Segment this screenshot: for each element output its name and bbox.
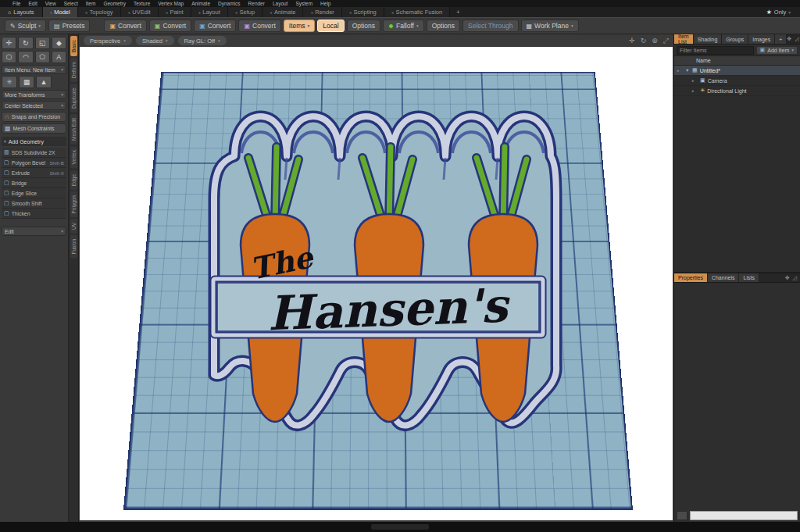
tab-lists[interactable]: Lists	[739, 273, 759, 282]
tab-channels[interactable]: Channels	[708, 273, 740, 282]
tab-uvedit[interactable]: ◂UVEdit	[121, 7, 159, 17]
item-row-directional-light[interactable]: ● ☀ Directional Light	[674, 86, 800, 96]
visibility-eye-icon[interactable]: ●	[691, 88, 698, 93]
add-panel-tab-button[interactable]: +	[775, 34, 787, 44]
falloff-dropdown[interactable]: Falloff▾	[383, 20, 424, 32]
tool-sds-subdivide[interactable]: ▥ SDS Subdivide 2X	[2, 148, 66, 158]
add-layout-tab-button[interactable]: +	[450, 7, 466, 17]
tab-paint[interactable]: ◂Paint	[159, 7, 191, 17]
cone-icon[interactable]: ▲	[36, 76, 52, 88]
zoom-view-icon[interactable]: ⊕	[652, 37, 658, 45]
rotate-tool-icon[interactable]: ↻	[18, 37, 33, 49]
tab-item-list[interactable]: Item List	[674, 34, 694, 44]
tool-edge-slice[interactable]: ▢ Edge Slice	[2, 188, 66, 198]
item-menu-dropdown[interactable]: Item Menu: New Item▾	[2, 65, 66, 74]
vtab-mesh-edit[interactable]: Mesh Edit	[70, 114, 77, 145]
vtab-edge[interactable]: Edge	[70, 170, 77, 190]
tab-topology[interactable]: ◂Topology	[78, 7, 121, 17]
tab-groups[interactable]: Groups	[722, 34, 748, 44]
transform-tool-icon[interactable]: ✛	[2, 37, 16, 49]
uniform-scale-tool-icon[interactable]: ◆	[52, 37, 66, 49]
panel-bottom-button[interactable]	[677, 511, 688, 520]
panel-expand-icon[interactable]: ◿	[795, 36, 798, 42]
panel-options-icon[interactable]: ✥	[785, 275, 790, 281]
vtab-duplicate[interactable]: Duplicate	[70, 84, 77, 112]
menu-layout[interactable]: Layout	[273, 1, 288, 6]
item-row-camera[interactable]: ● ▣ Camera	[674, 76, 800, 86]
panel-expand-icon[interactable]: ◿	[793, 275, 797, 281]
convert-button-1[interactable]: ▣Convert	[104, 20, 146, 32]
menu-edit[interactable]: Edit	[28, 1, 37, 6]
camera-view-dropdown[interactable]: Perspective▾	[84, 36, 132, 45]
tab-render[interactable]: ◂Render	[303, 7, 341, 17]
vtab-uv[interactable]: UV	[70, 219, 77, 234]
tab-setup[interactable]: ◂Setup	[228, 7, 262, 17]
filter-items-input[interactable]: Filter Items	[677, 46, 754, 55]
menu-geometry[interactable]: Geometry	[103, 1, 126, 6]
edit-dropdown[interactable]: Edit▾	[2, 227, 66, 236]
menu-system[interactable]: System	[295, 1, 312, 6]
menu-animate[interactable]: Animate	[191, 1, 210, 6]
raygl-dropdown[interactable]: Ray GL: Off▾	[178, 36, 227, 45]
scale-tool-icon[interactable]: ◱	[35, 37, 50, 49]
tab-model[interactable]: ◂Model	[43, 7, 78, 17]
shading-mode-dropdown[interactable]: Shaded▾	[136, 36, 174, 45]
element-rotate-tool-icon[interactable]: ◠	[18, 51, 33, 63]
select-through-button[interactable]: Select Through	[462, 20, 519, 32]
layouts-button[interactable]: ⌂ Layouts	[0, 7, 43, 17]
element-move-tool-icon[interactable]: ⬡	[2, 51, 16, 63]
tool-bridge[interactable]: ▢ Bridge	[2, 178, 66, 188]
grid-icon[interactable]: ▦	[19, 76, 34, 88]
axis-icon[interactable]: ✳	[2, 76, 17, 88]
tab-properties[interactable]: Properties	[674, 273, 708, 282]
menu-file[interactable]: File	[12, 1, 20, 6]
visibility-eye-icon[interactable]: ●	[677, 68, 683, 73]
tab-shading[interactable]: Shading	[694, 34, 723, 44]
tab-images[interactable]: Images	[748, 34, 775, 44]
menu-vertex-map[interactable]: Vertex Map	[158, 1, 184, 6]
menu-item[interactable]: Item	[86, 1, 96, 6]
visibility-eye-icon[interactable]: ●	[691, 78, 698, 83]
vtab-deform[interactable]: Deform	[70, 58, 77, 82]
pan-view-icon[interactable]: ✛	[629, 37, 635, 45]
items-mode-button[interactable]: Items▾	[284, 20, 316, 32]
menu-select[interactable]: Select	[64, 1, 78, 6]
menu-texture[interactable]: Texture	[134, 1, 150, 6]
vtab-polygon[interactable]: Polygon	[70, 191, 77, 218]
presets-button[interactable]: ▤Presets	[48, 20, 90, 32]
convert-button-4[interactable]: ▣Convert	[238, 20, 280, 32]
snaps-precision-button[interactable]: ∩ Snaps and Precision	[2, 112, 66, 122]
options-button-2[interactable]: Options	[427, 20, 460, 32]
panel-bottom-input[interactable]	[690, 511, 798, 520]
tool-thicken[interactable]: ▢ Thicken	[2, 209, 66, 219]
menu-view[interactable]: View	[45, 1, 56, 6]
tab-animate[interactable]: ◂Animate	[262, 7, 303, 17]
center-selected-dropdown[interactable]: Center Selected▾	[2, 101, 66, 110]
mesh-constraints-button[interactable]: ▩ Mesh Constraints	[2, 123, 66, 134]
only-dropdown[interactable]: ★ Only ▾	[757, 7, 800, 17]
vtab-basic[interactable]: Basic	[70, 36, 77, 56]
options-button-1[interactable]: Options	[347, 20, 380, 32]
tab-scripting[interactable]: ◂Scripting	[342, 7, 384, 17]
tool-smooth-shift[interactable]: ▢ Smooth Shift	[2, 198, 66, 209]
tool-polygon-bevel[interactable]: ▢ Polygon Bevel Shift-B	[2, 158, 66, 168]
convert-button-2[interactable]: ▣Convert	[149, 20, 191, 32]
menu-help[interactable]: Help	[320, 1, 330, 6]
convert-button-3[interactable]: ▣Convert	[194, 20, 236, 32]
add-item-dropdown[interactable]: ▣ Add Item ▾	[756, 46, 798, 55]
menu-render[interactable]: Render	[248, 1, 265, 6]
tab-schematic-fusion[interactable]: ◂Schematic Fusion	[384, 7, 450, 17]
element-scale-tool-icon[interactable]: ⬠	[35, 51, 50, 63]
item-list-empty-area[interactable]	[674, 96, 800, 273]
panel-options-icon[interactable]: ✥	[787, 36, 791, 42]
local-mode-button[interactable]: Local	[317, 20, 344, 32]
item-row-mesh[interactable]: ● ▼ ▦ Untitled*	[674, 66, 800, 76]
menu-dynamics[interactable]: Dynamics	[218, 1, 241, 6]
tab-layout[interactable]: ◂Layout	[191, 7, 228, 17]
text-tool-icon[interactable]: A	[52, 51, 66, 63]
work-plane-dropdown[interactable]: ▦Work Plane▾	[521, 20, 579, 32]
add-geometry-header[interactable]: ▾ Add Geometry	[2, 137, 66, 146]
more-transforms-dropdown[interactable]: More Transforms▾	[2, 90, 66, 99]
vtab-vertex[interactable]: Vertex	[70, 146, 77, 168]
rotate-view-icon[interactable]: ↻	[641, 37, 647, 45]
